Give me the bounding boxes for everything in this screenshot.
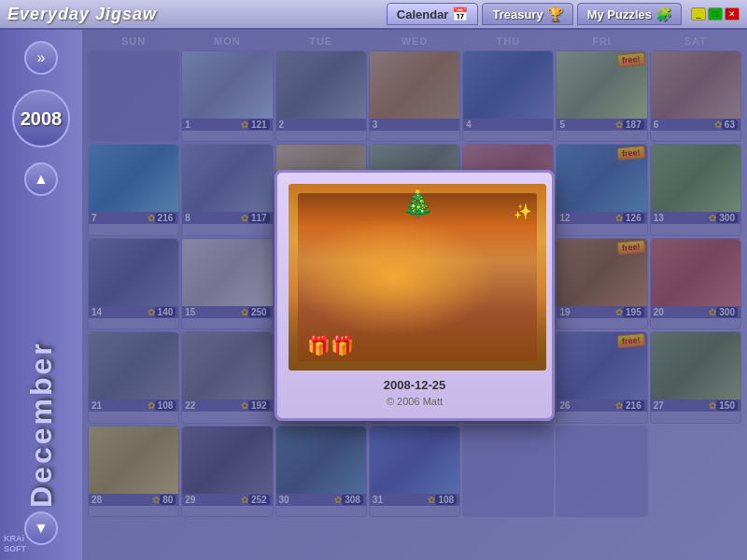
popup-overlay[interactable]: 🎄 🎁🎁 ✨ 2008-12-25 © 2006 Matt [82,30,747,560]
puzzles-icon: 🧩 [655,7,671,21]
app-title: Everyday Jigsaw [7,5,383,24]
topbar: Everyday Jigsaw Calendar 📅 Treasury 🏆 My… [0,0,747,30]
close-button[interactable]: ✕ [725,7,740,21]
prev-year-button[interactable]: ▲ [24,162,58,196]
tab-my-puzzles-label: My Puzzles [587,7,652,21]
treasury-icon: 🏆 [547,7,563,21]
popup-card: 🎄 🎁🎁 ✨ 2008-12-25 © 2006 Matt [275,170,555,421]
kraisoft-logo: KRAi SOFT [4,534,26,554]
prev-forward-button[interactable]: » [24,41,58,75]
tab-treasury-label: Treasury [492,7,543,21]
maximize-button[interactable]: □ [708,7,723,21]
month-label: December [24,215,59,508]
up-arrow-icon: ▲ [34,171,49,188]
tab-calendar-label: Calendar [397,7,449,21]
calendar-icon: 📅 [452,7,468,21]
down-arrow-icon: ▼ [34,520,49,537]
tab-treasury[interactable]: Treasury 🏆 [482,3,572,25]
main-area: » 2008 ▲ December ▼ KRAi SOFT SUNMONTUEW… [0,30,747,560]
tab-calendar[interactable]: Calendar 📅 [387,3,479,25]
next-year-button[interactable]: ▼ [24,511,58,545]
popup-copyright: © 2006 Matt [289,396,541,407]
year-display: 2008 [12,90,70,147]
calendar-area: SUNMONTUEWEDTHUFRISAT 1✿121234free!5✿187… [82,30,747,560]
forward-icon: » [37,49,46,66]
popup-date: 2008-12-25 [289,378,541,392]
window-controls: _ □ ✕ [689,7,740,21]
tab-my-puzzles[interactable]: My Puzzles 🧩 [577,3,682,25]
sidebar: » 2008 ▲ December ▼ KRAi SOFT [0,30,82,560]
popup-image: 🎄 🎁🎁 ✨ [289,184,546,371]
minimize-button[interactable]: _ [691,7,706,21]
